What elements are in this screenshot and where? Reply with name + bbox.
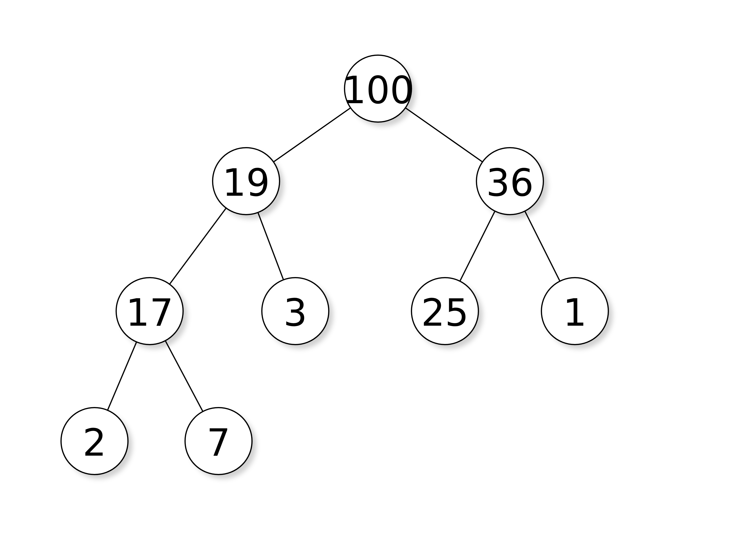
tree-node-label: 19 [222, 161, 270, 205]
tree-edge [525, 211, 560, 281]
binary-tree-diagram: 100193617325127 [0, 0, 756, 560]
tree-node-label: 7 [207, 421, 230, 464]
tree-edge [169, 208, 226, 284]
tree-node-label: 1 [563, 291, 587, 335]
tree-edge [165, 341, 203, 412]
tree-edge [460, 211, 495, 281]
tree-edge [107, 342, 137, 410]
tree-node-label: 25 [421, 291, 469, 335]
tree-edge [405, 108, 483, 162]
tree-node-label: 36 [486, 161, 534, 205]
shadows-layer [65, 59, 613, 479]
tree-node-label: 3 [284, 291, 307, 335]
tree-node-label: 17 [126, 291, 173, 335]
nodes-layer [61, 55, 608, 475]
tree-node-label: 2 [83, 421, 106, 464]
tree-node-label: 100 [342, 68, 414, 112]
labels-layer: 100193617325127 [83, 68, 587, 464]
tree-edge [258, 213, 284, 280]
tree-edge [273, 108, 351, 162]
